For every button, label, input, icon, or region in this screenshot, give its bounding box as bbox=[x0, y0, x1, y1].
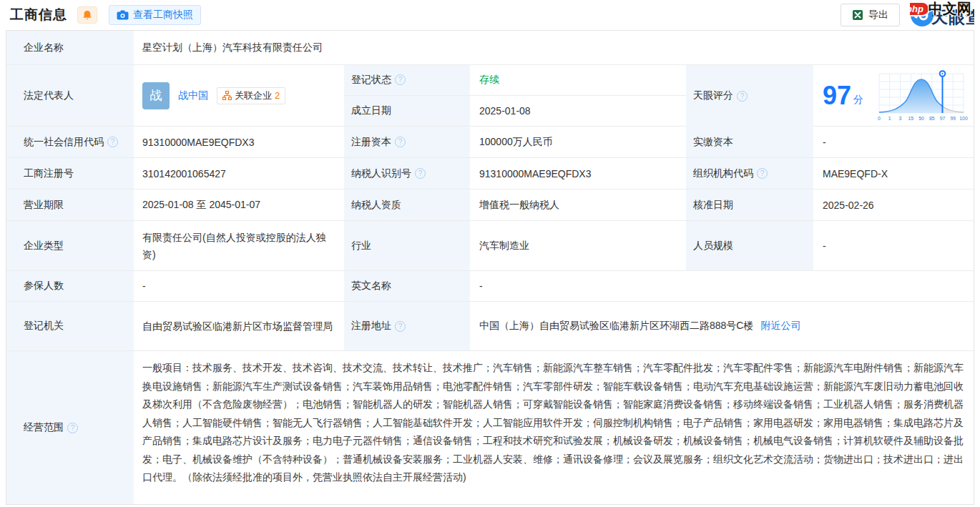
reg-capital-label-cell: 注册资本 bbox=[344, 127, 470, 157]
bell-icon bbox=[82, 10, 92, 21]
reg-status-label: 登记状态 bbox=[351, 74, 391, 87]
notification-bell-button[interactable] bbox=[77, 6, 97, 24]
legal-rep-cell: 战 战中国 关联企业 2 bbox=[134, 65, 344, 126]
credit-code-value: 91310000MAE9EQFDX3 bbox=[134, 127, 344, 157]
help-icon[interactable] bbox=[395, 321, 406, 332]
row-credit-code: 统一社会信用代码 91310000MAE9EQFDX3 注册资本 100000万… bbox=[6, 127, 974, 158]
help-icon[interactable] bbox=[107, 137, 118, 147]
help-icon[interactable] bbox=[67, 423, 78, 433]
taxpayer-quality-label: 纳税人资质 bbox=[344, 189, 470, 220]
industry-label: 行业 bbox=[344, 221, 470, 270]
svg-text:50: 50 bbox=[918, 116, 924, 121]
row-legal-rep: 法定代表人 战 战中国 关联企业 2 bbox=[6, 65, 974, 127]
reg-capital-label: 注册资本 bbox=[351, 136, 391, 149]
view-business-snapshot-button[interactable]: 查看工商快照 bbox=[109, 5, 201, 25]
nearby-companies-link[interactable]: 附近公司 bbox=[760, 320, 800, 333]
svg-text:1: 1 bbox=[888, 116, 891, 121]
svg-text:85: 85 bbox=[929, 116, 935, 121]
reg-address-cell: 中国（上海）自由贸易试验区临港新片区环湖西二路888号C楼 附近公司 bbox=[470, 302, 974, 350]
reg-status-label-cell: 登记状态 bbox=[344, 65, 470, 95]
page-title: 工商信息 bbox=[10, 6, 67, 24]
score-value-cell: 97 分 bbox=[813, 65, 974, 126]
row-insured-count: 参保人数 - 英文名称 - bbox=[6, 271, 974, 302]
row-reg-number: 工商注册号 310142001065427 纳税人识别号 91310000MAE… bbox=[6, 158, 974, 189]
legal-rep-info: 战 战中国 关联企业 2 bbox=[142, 82, 285, 109]
svg-text:3: 3 bbox=[899, 116, 902, 121]
status-date-column: 登记状态 存续 成立日期 2025-01-08 bbox=[344, 65, 686, 126]
reg-authority-label: 登记机关 bbox=[6, 302, 134, 350]
snapshot-button-label: 查看工商快照 bbox=[133, 9, 193, 21]
insured-count-value: - bbox=[134, 271, 344, 301]
taxpayer-id-label-cell: 纳税人识别号 bbox=[344, 158, 470, 189]
english-name-label: 英文名称 bbox=[344, 271, 470, 301]
company-type-label: 企业类型 bbox=[6, 221, 134, 270]
score-distribution-chart: 0 1 3 15 50 85 97 99 100 bbox=[876, 68, 968, 124]
chart-tick-labels: 0 1 3 15 50 85 97 99 100 bbox=[878, 116, 968, 121]
related-companies-badge[interactable]: 关联企业 2 bbox=[217, 87, 285, 104]
php-cn-watermark: php 中文网 bbox=[910, 1, 971, 19]
org-code-value: MAE9EQFD-X bbox=[813, 158, 974, 189]
svg-text:99: 99 bbox=[951, 116, 956, 121]
export-button-label: 导出 bbox=[868, 9, 888, 21]
export-button[interactable]: 导出 bbox=[841, 4, 900, 26]
row-establish-date: 成立日期 2025-01-08 bbox=[344, 96, 686, 127]
company-name-label: 企业名称 bbox=[6, 31, 134, 64]
business-term-label: 营业期限 bbox=[6, 189, 134, 220]
curve-fill bbox=[879, 79, 964, 113]
reg-capital-value: 100000万人民币 bbox=[470, 127, 686, 157]
legal-rep-name-link[interactable]: 战中国 bbox=[178, 89, 208, 102]
staff-size-label: 人员规模 bbox=[686, 221, 813, 270]
reg-address-label-cell: 注册地址 bbox=[344, 302, 470, 350]
svg-text:15: 15 bbox=[908, 116, 914, 121]
row-business-scope: 经营范围 一般项目：技术服务、技术开发、技术咨询、技术交流、技术转让、技术推广；… bbox=[6, 351, 974, 504]
help-icon[interactable] bbox=[737, 91, 748, 102]
row-reg-status: 登记状态 存续 bbox=[344, 65, 686, 96]
approval-date-label: 核准日期 bbox=[686, 189, 813, 220]
company-type-value: 有限责任公司(自然人投资或控股的法人独资) bbox=[134, 221, 344, 270]
watermark-php-badge: php bbox=[910, 1, 930, 16]
score-unit: 分 bbox=[853, 94, 863, 107]
business-scope-label-cell: 经营范围 bbox=[6, 351, 134, 504]
reg-status-value-cell: 存续 bbox=[470, 65, 686, 95]
business-scope-value: 一般项目：技术服务、技术开发、技术咨询、技术交流、技术转让、技术推广；汽车销售；… bbox=[134, 351, 974, 504]
establish-date-label: 成立日期 bbox=[344, 96, 470, 127]
industry-value: 汽车制造业 bbox=[470, 221, 686, 270]
business-scope-label: 经营范围 bbox=[24, 421, 64, 434]
business-info-table: 企业名称 星空计划（上海）汽车科技有限责任公司 法定代表人 战 战中国 bbox=[6, 30, 974, 505]
row-reg-authority: 登记机关 自由贸易试验区临港新片区市场监督管理局 注册地址 中国（上海）自由贸易… bbox=[6, 302, 974, 351]
watermark-cn-text: 中文网 bbox=[928, 1, 971, 19]
taxpayer-id-value: 91310000MAE9EQFDX3 bbox=[470, 158, 686, 189]
svg-text:0: 0 bbox=[878, 116, 881, 121]
org-code-label-cell: 组织机构代码 bbox=[686, 158, 813, 189]
row-company-name: 企业名称 星空计划（上海）汽车科技有限责任公司 bbox=[6, 31, 974, 65]
help-icon[interactable] bbox=[395, 137, 406, 147]
reg-address-value: 中国（上海）自由贸易试验区临港新片区环湖西二路888号C楼 bbox=[479, 320, 753, 333]
help-icon[interactable] bbox=[395, 74, 406, 85]
legal-rep-avatar[interactable]: 战 bbox=[142, 82, 170, 109]
org-chart-icon bbox=[222, 91, 232, 100]
section-header: 工商信息 查看工商快照 导出 bbox=[0, 0, 980, 30]
reg-authority-value: 自由贸易试验区临港新片区市场监督管理局 bbox=[134, 302, 344, 350]
row-company-type: 企业类型 有限责任公司(自然人投资或控股的法人独资) 行业 汽车制造业 人员规模… bbox=[6, 221, 974, 271]
svg-text:100: 100 bbox=[959, 116, 968, 121]
reg-address-label: 注册地址 bbox=[351, 320, 391, 333]
svg-text:97: 97 bbox=[940, 116, 946, 121]
credit-code-label: 统一社会信用代码 bbox=[24, 136, 104, 149]
taxpayer-id-label: 纳税人识别号 bbox=[351, 167, 411, 180]
company-name-value: 星空计划（上海）汽车科技有限责任公司 bbox=[134, 31, 974, 64]
score-marker-dot bbox=[941, 72, 943, 74]
approval-date-value: 2025-02-26 bbox=[813, 189, 974, 220]
legal-rep-label: 法定代表人 bbox=[6, 65, 134, 126]
insured-count-label: 参保人数 bbox=[6, 271, 134, 301]
establish-date-value: 2025-01-08 bbox=[470, 96, 686, 127]
paid-capital-value: - bbox=[813, 127, 974, 157]
help-icon[interactable] bbox=[757, 168, 768, 179]
english-name-value: - bbox=[470, 271, 974, 301]
credit-code-label-cell: 统一社会信用代码 bbox=[6, 127, 134, 157]
score-label-cell: 天眼评分 bbox=[686, 65, 813, 127]
org-code-label: 组织机构代码 bbox=[693, 167, 753, 180]
help-icon[interactable] bbox=[415, 168, 426, 179]
camera-icon bbox=[117, 10, 129, 20]
score-value: 97 bbox=[823, 83, 851, 109]
brand-logo[interactable]: 天眼查 php 中文网 bbox=[910, 1, 974, 29]
